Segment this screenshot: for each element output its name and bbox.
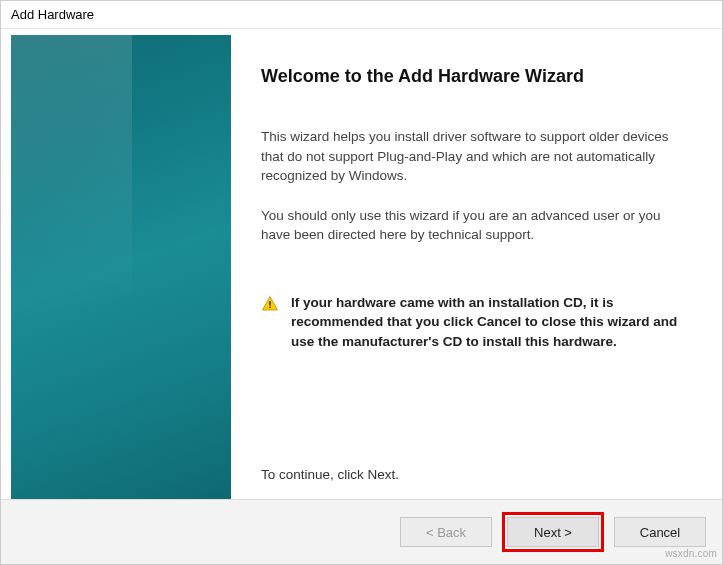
window-title: Add Hardware xyxy=(11,7,94,22)
warning-icon xyxy=(261,295,279,313)
next-button-highlight: Next > xyxy=(502,512,604,552)
next-button[interactable]: Next > xyxy=(507,517,599,547)
add-hardware-window: Add Hardware Welcome to the Add Hardware… xyxy=(0,0,723,565)
wizard-intro-paragraph-1: This wizard helps you install driver sof… xyxy=(261,127,692,186)
main-panel: Welcome to the Add Hardware Wizard This … xyxy=(231,29,722,499)
svg-rect-1 xyxy=(269,307,271,309)
continue-instruction: To continue, click Next. xyxy=(261,435,692,489)
wizard-sidebar-graphic xyxy=(11,35,231,499)
titlebar: Add Hardware xyxy=(1,1,722,29)
wizard-heading: Welcome to the Add Hardware Wizard xyxy=(261,63,692,89)
wizard-footer: < Back Next > Cancel xyxy=(1,499,722,564)
svg-rect-0 xyxy=(269,301,271,306)
wizard-intro-paragraph-2: You should only use this wizard if you a… xyxy=(261,206,692,245)
cancel-button[interactable]: Cancel xyxy=(614,517,706,547)
content-area: Welcome to the Add Hardware Wizard This … xyxy=(1,29,722,499)
warning-box: If your hardware came with an installati… xyxy=(261,293,692,352)
watermark: wsxdn.com xyxy=(665,548,717,559)
back-button: < Back xyxy=(400,517,492,547)
warning-text: If your hardware came with an installati… xyxy=(291,293,686,352)
